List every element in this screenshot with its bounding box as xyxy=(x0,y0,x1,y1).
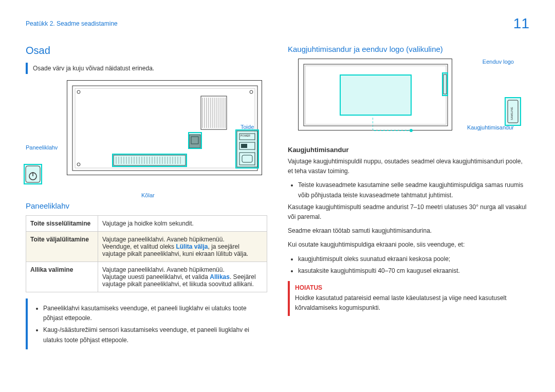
left-column: Osad Osade värv ja kuju võivad näidatust… xyxy=(26,45,267,356)
subsection-paneeliklahv: Paneeliklahv xyxy=(26,201,267,210)
subsection-remote-sensor-logo: Kaugjuhtimisandur ja eenduv logo (valiku… xyxy=(288,45,529,53)
right-column: Kaugjuhtimisandur ja eenduv logo (valiku… xyxy=(288,45,529,356)
link-lulita-valja[interactable]: Lülita välja xyxy=(176,243,208,250)
table-row: Allika valimineVajutage paneeliklahvi. A… xyxy=(26,262,267,292)
link-allikas[interactable]: Allikas xyxy=(210,273,230,281)
label-toide: Toide xyxy=(240,124,254,130)
svg-point-4 xyxy=(77,163,80,166)
label-eenduv-logo: Eenduv logo xyxy=(483,59,514,65)
svg-rect-32 xyxy=(201,96,227,129)
remote-intro: Vajutage kaugjuhtimispuldil nuppu, osuta… xyxy=(288,157,529,176)
highlight-logo-slot xyxy=(442,72,448,96)
remote-distance: Kasutage kaugjuhtimispulti seadme anduri… xyxy=(288,202,529,222)
device-back-diagram: POWER xyxy=(67,80,262,175)
warning-box: HOIATUS Hoidke kasutatud patareisid eema… xyxy=(288,281,529,316)
sensor-connector-line xyxy=(373,118,414,138)
highlight-speaker xyxy=(112,154,187,167)
svg-text:SAMSUNG: SAMSUNG xyxy=(510,107,513,120)
svg-point-59 xyxy=(410,129,413,132)
svg-point-3 xyxy=(250,90,253,94)
screen-sensor: Seadme ekraan töötab samuti kaugjuhtimis… xyxy=(288,226,529,236)
logo-detail-icon: SAMSUNG xyxy=(505,97,521,126)
section-osad: Osad xyxy=(26,45,267,57)
page-number: 11 xyxy=(513,15,529,32)
ensure-intro: Kui osutate kaugjuhtimispuldiga ekraani … xyxy=(288,240,529,250)
note-colors: Osade värv ja kuju võivad näidatust erin… xyxy=(26,63,267,74)
panel-key-table: Toite sisselülitamineVajutage ja hoidke … xyxy=(26,215,267,292)
label-kolar: Kõlar xyxy=(141,192,155,198)
highlight-panel-key xyxy=(188,132,202,149)
power-label: POWER xyxy=(240,134,250,137)
chapter-title: Peatükk 2. Seadme seadistamine xyxy=(26,20,118,27)
svg-point-2 xyxy=(77,90,80,94)
warning-body: Hoidke kasutatud patareisid eemal laste … xyxy=(295,293,529,313)
table-row: Toite sisselülitamineVajutage ja hoidke … xyxy=(26,216,267,232)
table-row: Toite väljalülitamineVajutage paneelikla… xyxy=(26,232,267,262)
panel-key-notes: Paneeliklahvi kasutamiseks veenduge, et … xyxy=(26,298,267,349)
heading-kaugjuhtimisandur: Kaugjuhtimisandur xyxy=(288,146,529,154)
highlight-remote-area xyxy=(340,74,412,116)
panel-key-button-icon xyxy=(24,164,42,184)
label-paneeliklahv: Paneeliklahv xyxy=(26,144,58,151)
warning-title: HOIATUS xyxy=(295,284,529,291)
page-header: Peatükk 2. Seadme seadistamine 11 xyxy=(26,15,529,32)
